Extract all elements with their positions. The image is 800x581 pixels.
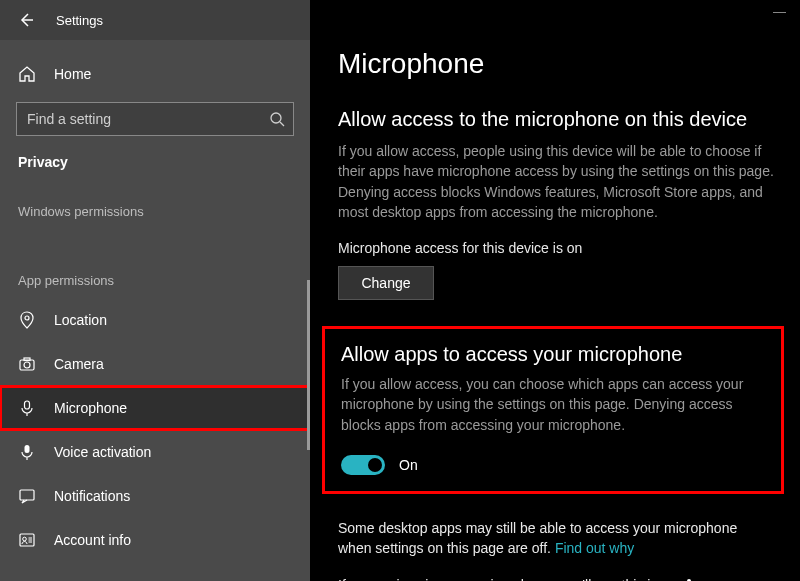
header-title: Settings — [56, 13, 103, 28]
svg-point-0 — [271, 113, 281, 123]
change-button[interactable]: Change — [338, 266, 434, 300]
sidebar-item-label: Account info — [54, 532, 131, 548]
svg-rect-5 — [24, 358, 30, 361]
sidebar-item-camera[interactable]: Camera — [0, 342, 310, 386]
svg-point-12 — [23, 537, 27, 541]
sidebar-item-microphone[interactable]: Microphone — [0, 386, 310, 430]
page-title: Microphone — [338, 0, 774, 80]
section-heading: Allow access to the microphone on this d… — [338, 108, 774, 131]
sidebar-group-app-permissions: App permissions — [0, 229, 310, 298]
camera-icon — [18, 355, 36, 373]
toggle-state-label: On — [399, 457, 418, 473]
microphone-icon — [18, 399, 36, 417]
app-access-toggle[interactable] — [341, 455, 385, 475]
section-description: If you allow access, you can choose whic… — [341, 374, 765, 435]
sidebar-item-voice-activation[interactable]: Voice activation — [0, 430, 310, 474]
using-line-text: If an app is using your microphone, you'… — [338, 577, 677, 581]
device-access-status: Microphone access for this device is on — [338, 240, 774, 256]
sidebar-home-label: Home — [54, 66, 91, 82]
search-input[interactable] — [27, 111, 269, 127]
sidebar-home[interactable]: Home — [0, 54, 310, 94]
svg-rect-6 — [25, 401, 30, 409]
search-box[interactable] — [16, 102, 294, 136]
location-icon — [18, 311, 36, 329]
svg-rect-8 — [25, 445, 30, 453]
settings-window: Settings Home Privacy Windows permission… — [0, 0, 800, 581]
section-heading: Allow apps to access your microphone — [341, 343, 765, 366]
home-icon — [18, 65, 36, 83]
section-app-access: Allow apps to access your microphone If … — [322, 326, 784, 494]
sidebar-category: Privacy — [0, 136, 310, 170]
svg-line-1 — [280, 122, 284, 126]
toggle-row: On — [341, 455, 765, 475]
sidebar-group-windows-permissions: Windows permissions — [0, 170, 310, 229]
back-icon[interactable] — [18, 12, 34, 28]
sidebar-header: Settings — [0, 0, 310, 40]
footnote-text: Some desktop apps may still be able to a… — [338, 520, 737, 556]
notifications-icon — [18, 487, 36, 505]
main-content: — Microphone Allow access to the microph… — [310, 0, 800, 581]
sidebar-item-label: Voice activation — [54, 444, 151, 460]
sidebar-item-label: Camera — [54, 356, 104, 372]
using-microphone-line: If an app is using your microphone, you'… — [338, 577, 774, 581]
svg-point-2 — [25, 316, 29, 320]
section-description: If you allow access, people using this d… — [338, 141, 774, 222]
find-out-why-link[interactable]: Find out why — [555, 540, 634, 556]
sidebar-list: Location Camera Microphone Voice activat… — [0, 298, 310, 562]
sidebar-item-location[interactable]: Location — [0, 298, 310, 342]
search-icon — [269, 111, 285, 127]
sidebar-item-account-info[interactable]: Account info — [0, 518, 310, 562]
svg-point-4 — [24, 362, 30, 368]
footnote: Some desktop apps may still be able to a… — [338, 518, 774, 559]
section-device-access: Allow access to the microphone on this d… — [338, 108, 774, 300]
sidebar: Settings Home Privacy Windows permission… — [0, 0, 310, 581]
sidebar-item-notifications[interactable]: Notifications — [0, 474, 310, 518]
account-info-icon — [18, 531, 36, 549]
minimize-icon[interactable]: — — [773, 4, 786, 19]
sidebar-item-label: Notifications — [54, 488, 130, 504]
svg-rect-10 — [20, 490, 34, 500]
sidebar-item-label: Location — [54, 312, 107, 328]
voice-activation-icon — [18, 443, 36, 461]
sidebar-item-label: Microphone — [54, 400, 127, 416]
